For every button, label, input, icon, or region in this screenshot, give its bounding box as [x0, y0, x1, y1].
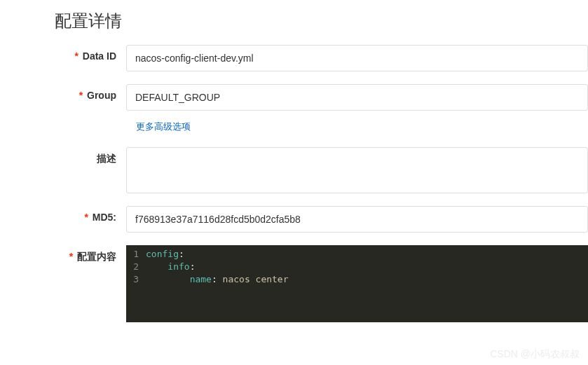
page-title: 配置详情 [0, 0, 588, 45]
data-id-input[interactable] [126, 45, 588, 71]
field-group-label: * Group [0, 84, 126, 101]
code-line: 1config: [126, 248, 588, 261]
code-line: 2 info: [126, 261, 588, 273]
field-data-id-row: * Data ID [0, 45, 588, 71]
required-marker-icon: * [74, 50, 78, 62]
field-group-row: * Group [0, 84, 588, 111]
md5-input[interactable] [126, 206, 588, 233]
field-md5-label: * MD5: [0, 206, 126, 223]
field-md5-row: * MD5: [0, 206, 588, 233]
description-textarea[interactable] [126, 147, 588, 193]
watermark-text: CSDN @小码农叔叔 [490, 348, 580, 361]
field-desc-label: 描述 [0, 147, 126, 165]
config-content-editor[interactable]: 1config:2 info:3 name: nacos center [126, 245, 588, 322]
field-content-row: * 配置内容 1config:2 info:3 name: nacos cent… [0, 245, 588, 322]
required-marker-icon: * [84, 212, 88, 223]
required-marker-icon: * [79, 90, 83, 101]
field-data-id-label: * Data ID [0, 45, 126, 62]
field-content-label: * 配置内容 [0, 245, 126, 263]
advanced-options-link[interactable]: 更多高级选项 [10, 120, 588, 133]
group-input[interactable] [126, 84, 588, 111]
code-line: 3 name: nacos center [126, 273, 588, 286]
required-marker-icon: * [69, 251, 73, 262]
field-desc-row: 描述 [0, 147, 588, 193]
